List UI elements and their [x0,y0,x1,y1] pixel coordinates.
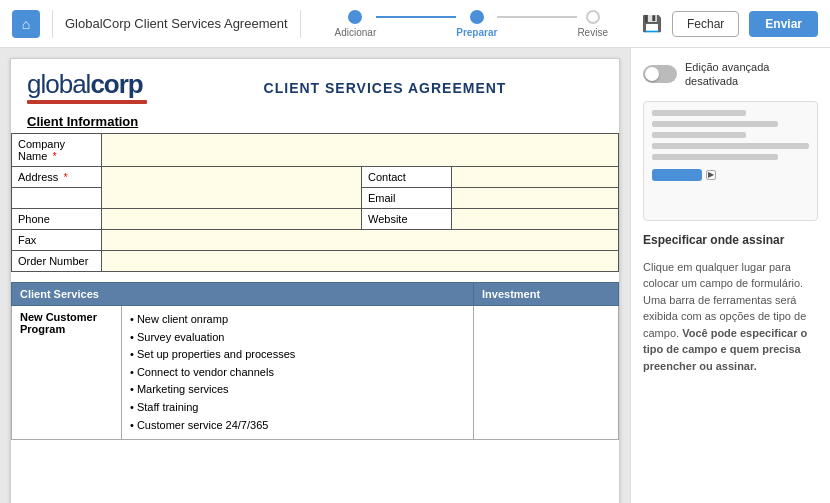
services-header-row: Client Services Investment [12,283,619,306]
logo-corp: corp [90,69,142,99]
service-items: New client onramp Survey evaluation Set … [122,306,474,440]
label-empty [12,188,102,209]
step-dot-adicionar [348,10,362,24]
enviar-button[interactable]: Enviar [749,11,818,37]
services-table: Client Services Investment New CustomerP… [11,282,619,440]
step-preparar[interactable]: Preparar [456,10,497,38]
main-layout: globalcorp CLIENT SERVICES AGREEMENT Cli… [0,48,830,503]
topbar-divider [52,10,53,38]
list-item: Customer service 24/7/365 [130,417,465,435]
doc-header: globalcorp CLIENT SERVICES AGREEMENT [11,59,619,108]
list-item: New client onramp [130,311,465,329]
label-phone: Phone [12,209,102,230]
required-star-address: * [63,171,67,183]
fechar-button[interactable]: Fechar [672,11,739,37]
topbar: ⌂ GlobalCorp Client Services Agreement A… [0,0,830,48]
step-label-revise: Revise [577,27,608,38]
label-address: Address * [12,167,102,188]
document-area: globalcorp CLIENT SERVICES AGREEMENT Cli… [0,48,630,503]
right-panel: Edição avançada desativada ▶ Especificar… [630,48,830,503]
required-star: * [52,150,56,162]
table-row: Phone Website [12,209,619,230]
step-line-2 [497,16,577,18]
progress-steps: Adicionar Preparar Revise [313,10,630,38]
logo-underline [27,100,147,104]
step-adicionar[interactable]: Adicionar [335,10,377,38]
list-item: Connect to vendor channels [130,364,465,382]
topbar-divider-2 [300,10,301,38]
home-button[interactable]: ⌂ [12,10,40,38]
label-order-number: Order Number [12,251,102,272]
value-phone[interactable] [102,209,362,230]
preview-line-3 [652,132,746,138]
step-dot-preparar [470,10,484,24]
value-contact[interactable] [452,167,619,188]
service-name: New CustomerProgram [12,306,122,440]
preview-line-1 [652,110,746,116]
client-info-table: Company Name * Address * Contact Email [11,133,619,272]
label-contact: Contact [362,167,452,188]
list-item: Staff training [130,399,465,417]
panel-section-title: Especificar onde assinar [643,233,818,247]
value-fax[interactable] [102,230,619,251]
logo-area: globalcorp [27,71,147,104]
step-label-preparar: Preparar [456,27,497,38]
preview-line-4 [652,143,809,149]
client-info-header: Client Information [11,108,619,133]
value-address[interactable] [102,167,362,209]
advanced-edit-toggle-row: Edição avançada desativada [643,60,818,89]
label-website: Website [362,209,452,230]
value-order-number[interactable] [102,251,619,272]
value-email[interactable] [452,188,619,209]
step-revise[interactable]: Revise [577,10,608,38]
topbar-actions: 💾 Fechar Enviar [642,11,818,37]
investment-header: Investment [474,283,619,306]
table-row: Order Number [12,251,619,272]
value-website[interactable] [452,209,619,230]
table-row: Company Name * [12,134,619,167]
home-icon: ⌂ [22,16,30,32]
label-fax: Fax [12,230,102,251]
services-section: Client Services Investment New CustomerP… [11,272,619,440]
toggle-knob [645,67,659,81]
logo-global: global [27,69,90,99]
preview-button-row: ▶ [652,169,809,181]
label-company-name: Company Name * [12,134,102,167]
preview-btn-arrow: ▶ [706,170,716,180]
step-label-adicionar: Adicionar [335,27,377,38]
table-row: Fax [12,230,619,251]
document-title: GlobalCorp Client Services Agreement [65,16,288,31]
step-dot-revise [586,10,600,24]
step-line-1 [376,16,456,18]
list-item: Survey evaluation [130,329,465,347]
save-icon[interactable]: 💾 [642,14,662,33]
label-email: Email [362,188,452,209]
services-header: Client Services [12,283,474,306]
service-investment [474,306,619,440]
preview-line-2 [652,121,778,127]
template-preview: ▶ [643,101,818,221]
logo-text: globalcorp [27,71,147,97]
service-list: New client onramp Survey evaluation Set … [130,311,465,434]
preview-btn [652,169,702,181]
doc-title: CLIENT SERVICES AGREEMENT [147,80,603,96]
value-company-name[interactable] [102,134,619,167]
table-row: Address * Contact [12,167,619,188]
toggle-label: Edição avançada desativada [685,60,818,89]
advanced-edit-toggle[interactable] [643,65,677,83]
preview-line-5 [652,154,778,160]
document-page: globalcorp CLIENT SERVICES AGREEMENT Cli… [10,58,620,503]
list-item: Marketing services [130,381,465,399]
table-row: New CustomerProgram New client onramp Su… [12,306,619,440]
list-item: Set up properties and processes [130,346,465,364]
panel-description: Clique em qualquer lugar para colocar um… [643,259,818,375]
